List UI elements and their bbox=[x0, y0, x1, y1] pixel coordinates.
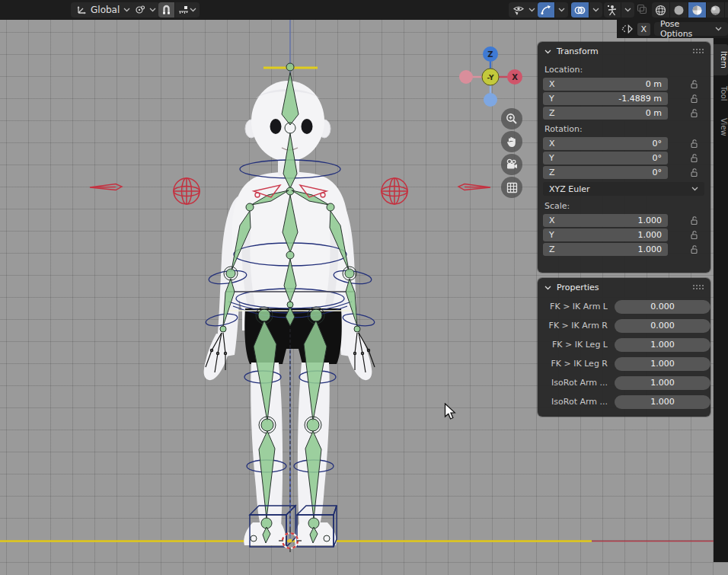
transform-orientation-dropdown[interactable]: Global bbox=[71, 2, 136, 18]
eye-cursor-icon bbox=[512, 5, 525, 16]
rotation-y-lock[interactable] bbox=[689, 153, 700, 164]
scale-x-field[interactable]: X 1.000 bbox=[543, 214, 668, 227]
shading-solid-button[interactable] bbox=[670, 2, 688, 18]
scale-z-lock[interactable] bbox=[689, 244, 700, 255]
panel-drag-handle[interactable] bbox=[692, 284, 704, 291]
svg-text:Z: Z bbox=[487, 50, 493, 59]
rotation-z-lock[interactable] bbox=[689, 168, 700, 178]
gizmo-axis-x-neg[interactable] bbox=[459, 70, 473, 84]
camera-view-button[interactable] bbox=[501, 154, 522, 175]
prop-label: IsoRot Arm ... bbox=[544, 378, 608, 388]
ik-hand-control-left[interactable] bbox=[174, 178, 200, 204]
pan-button[interactable] bbox=[501, 131, 522, 152]
gizmos-dropdown[interactable] bbox=[555, 2, 568, 18]
rotation-x-field[interactable]: X 0° bbox=[543, 137, 668, 150]
object-visibility-dropdown[interactable] bbox=[509, 2, 539, 18]
fk-ik-leg-l-slider[interactable]: 1.000 bbox=[615, 338, 710, 352]
magnifier-icon bbox=[506, 113, 518, 125]
gizmo-axis-y-neg-center[interactable]: -Y bbox=[482, 69, 499, 85]
rendered-sphere-icon bbox=[710, 5, 721, 16]
armature-display-toggle[interactable] bbox=[604, 2, 621, 18]
sidebar-tab-strip: Item Tool View bbox=[714, 38, 728, 562]
pose-options-dropdown[interactable]: Pose Options bbox=[654, 22, 728, 36]
perspective-toggle-button[interactable] bbox=[501, 177, 522, 198]
material-preview-sphere-icon bbox=[691, 5, 703, 16]
unlock-icon bbox=[690, 216, 699, 225]
panel-drag-handle[interactable] bbox=[692, 48, 704, 55]
isorot-arm-2-slider[interactable]: 1.000 bbox=[615, 395, 710, 409]
rotation-x-lock[interactable] bbox=[689, 139, 700, 149]
chevron-down-icon bbox=[528, 8, 535, 12]
shading-wireframe-button[interactable] bbox=[652, 2, 669, 18]
scale-z-field[interactable]: Z 1.000 bbox=[543, 243, 668, 256]
armature-display-dropdown[interactable] bbox=[621, 2, 634, 18]
panel-collapse-icon bbox=[544, 50, 551, 54]
zoom-button[interactable] bbox=[501, 108, 522, 129]
pose-options-label: Pose Options bbox=[660, 19, 710, 39]
mouse-cursor bbox=[444, 403, 458, 424]
tab-tool[interactable]: Tool bbox=[714, 79, 728, 107]
tab-item[interactable]: Item bbox=[714, 44, 728, 75]
overlays-dropdown[interactable] bbox=[589, 2, 602, 18]
scale-x-lock[interactable] bbox=[689, 216, 700, 226]
fk-ik-leg-r-slider[interactable]: 1.000 bbox=[615, 357, 710, 371]
location-z-lock[interactable] bbox=[689, 108, 700, 119]
snap-toggle-button[interactable] bbox=[158, 2, 174, 18]
rotation-y-field[interactable]: Y 0° bbox=[543, 152, 668, 165]
ik-hand-control-right[interactable] bbox=[382, 178, 407, 204]
chevron-down-icon bbox=[691, 187, 698, 191]
unlock-icon bbox=[690, 230, 699, 240]
properties-panel-title: Properties bbox=[557, 283, 599, 292]
transform-panel-title: Transform bbox=[557, 46, 599, 56]
rotation-mode-dropdown[interactable]: XYZ Euler bbox=[543, 182, 704, 196]
shading-dropdown[interactable] bbox=[725, 2, 728, 18]
blender-window: Global bbox=[0, 0, 728, 575]
snap-settings-dropdown[interactable] bbox=[175, 2, 200, 18]
location-x-lock[interactable] bbox=[689, 79, 700, 90]
toggle-xray-button[interactable] bbox=[634, 3, 650, 18]
svg-text:X: X bbox=[512, 73, 518, 81]
tab-view[interactable]: View bbox=[714, 111, 728, 143]
fk-ik-arm-l-slider[interactable]: 0.000 bbox=[615, 300, 710, 314]
pole-target-right[interactable] bbox=[458, 184, 490, 190]
scale-y-lock[interactable] bbox=[689, 230, 700, 241]
show-overlays-toggle[interactable] bbox=[571, 2, 589, 18]
armature-rig[interactable] bbox=[205, 63, 375, 547]
pole-target-left[interactable] bbox=[90, 184, 122, 190]
unlock-icon bbox=[690, 244, 699, 254]
camera-icon bbox=[506, 158, 518, 171]
chevron-down-icon bbox=[123, 8, 130, 12]
gizmo-icon bbox=[541, 5, 551, 15]
xray-icon bbox=[636, 3, 648, 15]
wireframe-sphere-icon bbox=[655, 5, 666, 16]
show-gizmos-toggle[interactable] bbox=[538, 2, 554, 18]
gizmo-axis-z-neg[interactable] bbox=[484, 93, 497, 107]
fk-ik-arm-r-slider[interactable]: 0.000 bbox=[615, 319, 710, 333]
shading-material-preview-button[interactable] bbox=[688, 2, 706, 18]
prop-label: IsoRot Arm ... bbox=[544, 397, 608, 407]
isorot-arm-1-slider[interactable]: 1.000 bbox=[615, 376, 710, 390]
prop-label: FK > IK Arm L bbox=[544, 302, 608, 311]
scale-label: Scale: bbox=[538, 197, 710, 213]
gizmo-axis-x[interactable]: X bbox=[507, 69, 522, 85]
tool-settings-bar: X Pose Options bbox=[617, 20, 728, 38]
properties-panel-header[interactable]: Properties bbox=[538, 278, 710, 297]
pivot-point-dropdown[interactable] bbox=[131, 2, 160, 18]
rotation-z-field[interactable]: Z 0° bbox=[543, 166, 668, 179]
unlock-icon bbox=[690, 94, 699, 104]
panel-collapse-icon bbox=[544, 286, 551, 290]
location-x-field[interactable]: X 0 m bbox=[543, 78, 668, 91]
location-y-field[interactable]: Y -1.4889 m bbox=[543, 92, 668, 105]
navigation-gizmo[interactable]: Z X -Y bbox=[457, 43, 524, 110]
mirror-x-toggle[interactable]: X bbox=[637, 23, 650, 36]
location-y-lock[interactable] bbox=[689, 94, 700, 104]
location-z-field[interactable]: Z 0 m bbox=[543, 107, 668, 120]
mirror-x-label: X bbox=[641, 24, 647, 34]
scale-y-field[interactable]: Y 1.000 bbox=[543, 228, 668, 241]
gizmo-axis-z[interactable]: Z bbox=[483, 46, 498, 62]
properties-panel: Properties FK > IK Arm L 0.000 FK > IK A… bbox=[538, 278, 710, 417]
shading-rendered-button[interactable] bbox=[707, 2, 724, 18]
transform-panel-header[interactable]: Transform bbox=[538, 42, 710, 61]
hand-icon bbox=[506, 136, 518, 148]
overlays-icon bbox=[574, 5, 586, 15]
